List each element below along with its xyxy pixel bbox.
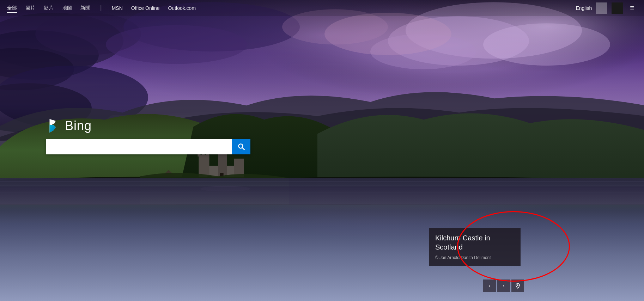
location-icon [515, 283, 521, 289]
nav-link-msn[interactable]: MSN [112, 5, 123, 11]
search-icon [238, 143, 245, 150]
image-navigation: ‹ › [483, 280, 524, 292]
prev-image-button[interactable]: ‹ [483, 280, 496, 292]
bing-b-icon [46, 118, 61, 133]
search-bar [46, 139, 250, 154]
nav-item-maps[interactable]: 地圖 [62, 5, 72, 11]
nav-items-left: 全部 圖片 影片 地圖 新聞 | MSN Office Online Outlo… [7, 4, 576, 12]
nav-items-right: English ≡ [576, 2, 637, 14]
bing-logo-area: Bing [46, 118, 92, 133]
nav-item-all[interactable]: 全部 [7, 5, 17, 11]
main-content: Bing [0, 0, 644, 301]
theme-light-button[interactable] [596, 2, 607, 14]
language-label[interactable]: English [576, 5, 592, 11]
nav-item-images[interactable]: 圖片 [25, 5, 35, 11]
nav-item-news[interactable]: 新聞 [80, 5, 90, 11]
info-card-title: Kilchurn Castle in Scotland [435, 233, 514, 252]
info-card-credit: © Jon Arnold/Danita Delimont [435, 255, 514, 260]
top-navigation: 全部 圖片 影片 地圖 新聞 | MSN Office Online Outlo… [0, 0, 644, 16]
search-input[interactable] [46, 139, 232, 154]
nav-item-videos[interactable]: 影片 [44, 5, 54, 11]
svg-point-41 [517, 284, 518, 286]
nav-divider: | [100, 4, 102, 12]
search-button[interactable] [232, 139, 250, 154]
nav-link-outlook[interactable]: Outlook.com [168, 5, 196, 11]
bing-logo-text: Bing [65, 118, 92, 133]
location-button[interactable] [511, 280, 524, 292]
hamburger-menu-icon[interactable]: ≡ [627, 2, 637, 13]
info-card: Kilchurn Castle in Scotland © Jon Arnold… [429, 228, 521, 266]
theme-dark-button[interactable] [612, 2, 623, 14]
svg-line-40 [242, 148, 244, 150]
next-image-button[interactable]: › [497, 280, 510, 292]
nav-link-office[interactable]: Office Online [131, 5, 160, 11]
